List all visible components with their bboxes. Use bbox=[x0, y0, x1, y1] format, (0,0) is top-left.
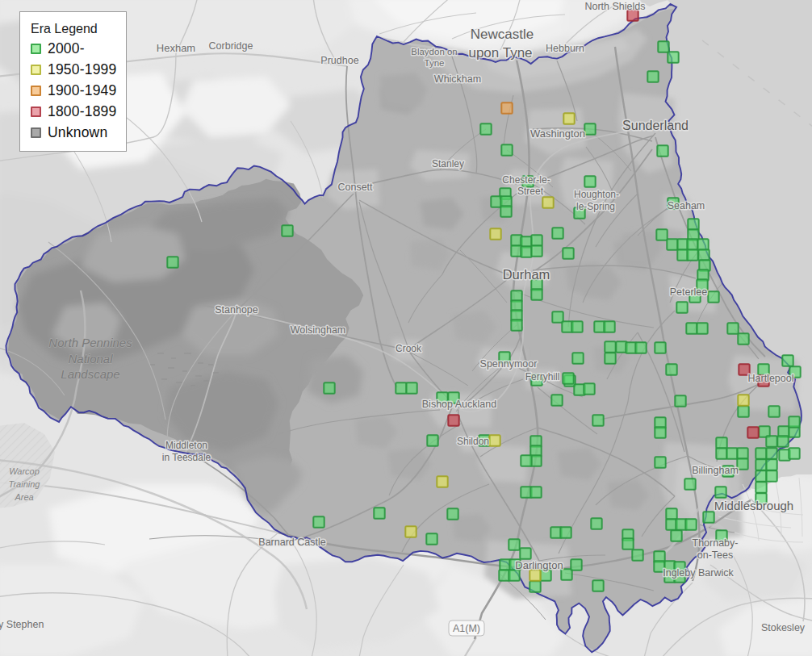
svg-text:Whickham: Whickham bbox=[434, 73, 481, 85]
svg-text:Chester-le-: Chester-le- bbox=[502, 174, 550, 186]
svg-text:Ingleby Barwick: Ingleby Barwick bbox=[663, 567, 734, 579]
svg-text:Prudhoe: Prudhoe bbox=[320, 55, 358, 66]
svg-text:Durham: Durham bbox=[503, 267, 550, 282]
svg-text:North Shields: North Shields bbox=[584, 1, 645, 12]
svg-text:Middlesbrough: Middlesbrough bbox=[714, 499, 793, 512]
svg-text:Consett: Consett bbox=[337, 182, 373, 193]
svg-text:Blaydon on: Blaydon on bbox=[411, 47, 458, 56]
svg-text:Kirkby Stephen: Kirkby Stephen bbox=[0, 619, 44, 630]
svg-text:Warcop: Warcop bbox=[9, 466, 40, 476]
svg-text:Newcastle: Newcastle bbox=[471, 27, 534, 42]
svg-text:Billingham: Billingham bbox=[692, 465, 739, 476]
svg-text:Seaham: Seaham bbox=[668, 200, 705, 211]
svg-text:Crook: Crook bbox=[396, 343, 422, 354]
svg-text:Stanley: Stanley bbox=[432, 158, 464, 169]
svg-text:upon Tyne: upon Tyne bbox=[468, 45, 532, 61]
svg-text:Peterlee: Peterlee bbox=[670, 286, 708, 298]
svg-text:Stokesley: Stokesley bbox=[761, 622, 806, 633]
svg-text:le-Spring: le-Spring bbox=[576, 201, 615, 212]
svg-text:A1(M): A1(M) bbox=[453, 623, 480, 634]
svg-text:Sunderland: Sunderland bbox=[622, 119, 689, 132]
svg-text:Darlington: Darlington bbox=[515, 559, 563, 571]
svg-text:Landscape: Landscape bbox=[61, 367, 119, 381]
svg-text:Ferryhill: Ferryhill bbox=[525, 371, 560, 382]
svg-text:Spennymoor: Spennymoor bbox=[480, 358, 538, 370]
svg-text:Middleton: Middleton bbox=[165, 440, 207, 451]
svg-text:Bishop Auckland: Bishop Auckland bbox=[422, 399, 496, 410]
svg-text:Houghton-: Houghton- bbox=[574, 189, 619, 200]
svg-text:in Teesdale: in Teesdale bbox=[162, 452, 211, 463]
svg-text:Barnard Castle: Barnard Castle bbox=[258, 537, 325, 548]
svg-text:Stanhope: Stanhope bbox=[215, 304, 258, 315]
svg-text:Tyne: Tyne bbox=[425, 58, 445, 68]
svg-text:Street: Street bbox=[517, 186, 544, 197]
svg-text:Washington: Washington bbox=[530, 127, 585, 140]
svg-text:Training: Training bbox=[9, 479, 41, 489]
svg-text:Shildon: Shildon bbox=[457, 436, 489, 447]
svg-text:Hartlepool: Hartlepool bbox=[748, 373, 794, 384]
svg-text:Thornaby-: Thornaby- bbox=[693, 537, 739, 549]
svg-text:on-Tees: on-Tees bbox=[697, 549, 733, 561]
svg-text:Corbridge: Corbridge bbox=[209, 40, 253, 52]
svg-text:Wolsingham: Wolsingham bbox=[291, 324, 346, 336]
svg-text:North Pennines: North Pennines bbox=[48, 336, 132, 349]
svg-text:Area: Area bbox=[14, 492, 33, 502]
svg-text:Hexham: Hexham bbox=[157, 42, 195, 54]
svg-text:Hebburn: Hebburn bbox=[546, 43, 584, 54]
svg-text:National: National bbox=[68, 352, 113, 366]
